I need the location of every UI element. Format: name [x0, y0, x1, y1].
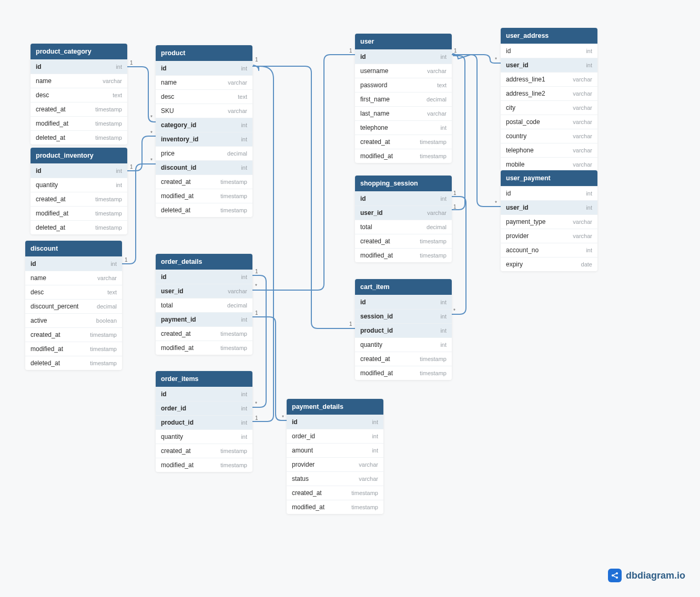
column-row[interactable]: modified_attimestamp [355, 149, 452, 163]
column-row[interactable]: account_noint [501, 243, 597, 257]
column-row[interactable]: telephoneint [355, 120, 452, 135]
column-row[interactable]: modified_attimestamp [156, 341, 252, 355]
column-row[interactable]: payment_typevarchar [501, 214, 597, 229]
column-row[interactable]: created_attimestamp [156, 174, 252, 189]
column-row[interactable]: cityvarchar [501, 100, 597, 115]
column-row[interactable]: modified_attimestamp [355, 248, 452, 262]
table-header[interactable]: product_category [31, 44, 127, 59]
column-row[interactable]: discount_idint [156, 160, 252, 174]
column-row[interactable]: created_attimestamp [25, 327, 122, 342]
column-row[interactable]: idint [156, 61, 252, 75]
table-header[interactable]: product [156, 45, 252, 61]
column-row[interactable]: statusvarchar [287, 471, 383, 486]
table-header[interactable]: discount [25, 241, 122, 256]
column-row[interactable]: product_idint [355, 323, 452, 337]
table-header[interactable]: user_address [501, 28, 597, 44]
table-header[interactable]: cart_item [355, 279, 452, 295]
column-row[interactable]: idint [31, 163, 127, 178]
column-row[interactable]: postal_codevarchar [501, 115, 597, 129]
column-row[interactable]: idint [156, 270, 252, 284]
table-payment_details[interactable]: payment_detailsidintorder_idintamountint… [287, 399, 383, 514]
column-row[interactable]: desctext [25, 285, 122, 299]
column-row[interactable]: pricedecimal [156, 146, 252, 160]
column-row[interactable]: deleted_attimestamp [156, 203, 252, 217]
column-row[interactable]: last_namevarchar [355, 106, 452, 120]
column-row[interactable]: mobilevarchar [501, 157, 597, 171]
column-row[interactable]: address_line2varchar [501, 86, 597, 100]
column-row[interactable]: idint [287, 415, 383, 429]
column-row[interactable]: user_idvarchar [355, 205, 452, 220]
column-row[interactable]: desctext [156, 89, 252, 104]
column-row[interactable]: deleted_attimestamp [25, 356, 122, 370]
column-row[interactable]: first_namedecimal [355, 92, 452, 106]
column-row[interactable]: created_attimestamp [355, 352, 452, 366]
table-header[interactable]: payment_details [287, 399, 383, 415]
column-row[interactable]: deleted_attimestamp [31, 130, 127, 145]
column-row[interactable]: session_idint [355, 309, 452, 323]
column-row[interactable]: idint [31, 59, 127, 74]
table-discount[interactable]: discountidintnamevarchardesctextdiscount… [25, 241, 122, 370]
column-row[interactable]: order_idint [156, 401, 252, 415]
column-row[interactable]: user_idvarchar [156, 284, 252, 298]
column-row[interactable]: created_attimestamp [31, 102, 127, 116]
column-row[interactable]: modified_attimestamp [31, 206, 127, 220]
column-row[interactable]: product_idint [156, 415, 252, 429]
column-row[interactable]: totaldecimal [156, 298, 252, 312]
table-header[interactable]: user_payment [501, 170, 597, 186]
column-row[interactable]: order_idint [287, 429, 383, 443]
column-row[interactable]: idint [355, 49, 452, 64]
column-row[interactable]: idint [501, 44, 597, 58]
column-row[interactable]: discount_percentdecimal [25, 299, 122, 313]
column-row[interactable]: providervarchar [501, 229, 597, 243]
column-row[interactable]: idint [355, 295, 452, 309]
column-row[interactable]: desctext [31, 88, 127, 102]
table-user_payment[interactable]: user_paymentidintuser_idintpayment_typev… [501, 170, 597, 271]
table-user[interactable]: useridintusernamevarcharpasswordtextfirs… [355, 34, 452, 163]
column-row[interactable]: namevarchar [25, 271, 122, 285]
column-row[interactable]: modified_attimestamp [25, 342, 122, 356]
column-row[interactable]: totaldecimal [355, 220, 452, 234]
column-row[interactable]: created_attimestamp [156, 326, 252, 341]
column-row[interactable]: deleted_attimestamp [31, 220, 127, 234]
table-header[interactable]: shopping_session [355, 176, 452, 191]
table-header[interactable]: order_items [156, 371, 252, 387]
table-shopping_session[interactable]: shopping_sessionidintuser_idvarchartotal… [355, 176, 452, 262]
table-user_address[interactable]: user_addressidintuser_idintaddress_line1… [501, 28, 597, 171]
table-header[interactable]: order_details [156, 254, 252, 270]
column-row[interactable]: quantityint [355, 337, 452, 352]
table-order_details[interactable]: order_detailsidintuser_idvarchartotaldec… [156, 254, 252, 355]
column-row[interactable]: idint [501, 186, 597, 200]
table-header[interactable]: user [355, 34, 452, 49]
column-row[interactable]: idint [355, 191, 452, 205]
column-row[interactable]: user_idint [501, 58, 597, 72]
table-product_category[interactable]: product_categoryidintnamevarchardesctext… [31, 44, 127, 145]
column-row[interactable]: quantityint [31, 178, 127, 192]
column-row[interactable]: created_attimestamp [355, 234, 452, 248]
column-row[interactable]: modified_attimestamp [287, 500, 383, 514]
column-row[interactable]: created_attimestamp [31, 192, 127, 206]
column-row[interactable]: created_attimestamp [287, 486, 383, 500]
column-row[interactable]: modified_attimestamp [156, 458, 252, 472]
column-row[interactable]: SKUvarchar [156, 104, 252, 118]
column-row[interactable]: modified_attimestamp [355, 366, 452, 380]
column-row[interactable]: inventory_idint [156, 132, 252, 146]
column-row[interactable]: modified_attimestamp [31, 116, 127, 130]
column-row[interactable]: expirydate [501, 257, 597, 271]
column-row[interactable]: payment_idint [156, 312, 252, 326]
column-row[interactable]: created_attimestamp [355, 135, 452, 149]
column-row[interactable]: activeboolean [25, 313, 122, 327]
table-product_inventory[interactable]: product_inventoryidintquantityintcreated… [31, 148, 127, 234]
column-row[interactable]: passwordtext [355, 78, 452, 92]
table-cart_item[interactable]: cart_itemidintsession_idintproduct_idint… [355, 279, 452, 380]
table-header[interactable]: product_inventory [31, 148, 127, 163]
column-row[interactable]: modified_attimestamp [156, 189, 252, 203]
column-row[interactable]: created_attimestamp [156, 444, 252, 458]
table-product[interactable]: productidintnamevarchardesctextSKUvarcha… [156, 45, 252, 217]
column-row[interactable]: user_idint [501, 200, 597, 214]
column-row[interactable]: address_line1varchar [501, 72, 597, 86]
column-row[interactable]: idint [25, 256, 122, 271]
column-row[interactable]: quantityint [156, 429, 252, 444]
column-row[interactable]: idint [156, 387, 252, 401]
column-row[interactable]: category_idint [156, 118, 252, 132]
column-row[interactable]: namevarchar [156, 75, 252, 89]
